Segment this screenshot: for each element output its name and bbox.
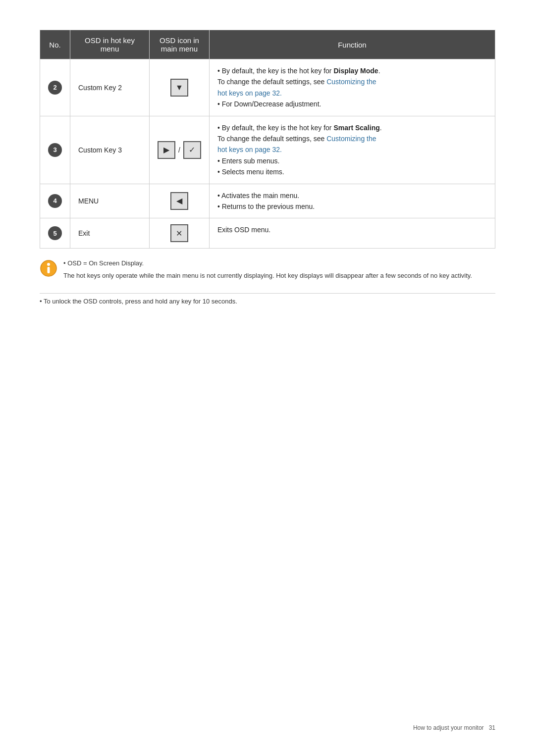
row-number: 3 [40,116,70,184]
osd-icon-cell: ▼ [150,59,210,116]
bold-label: Smart Scaling [333,124,379,132]
osd-hotkey-cell: Exit [70,218,150,249]
osd-icon-cell: ✕ [150,218,210,249]
note-section: • OSD = On Screen Display. The hot keys … [40,258,495,283]
footer-text: How to adjust your monitor [413,724,484,731]
function-cell: Exits OSD menu. [209,218,495,249]
svg-rect-2 [48,267,50,273]
osd-hotkey-cell: Custom Key 2 [70,59,150,116]
note-text-block: • OSD = On Screen Display. The hot keys … [63,258,472,283]
function-list: By default, the key is the hot key for S… [217,122,487,178]
row-number: 5 [40,218,70,249]
footer-page: 31 [489,724,495,731]
function-item: Enters sub menus. [217,155,487,166]
number-badge: 2 [48,81,62,95]
note-line2: The hot keys only operate while the main… [63,271,472,281]
osd-hotkey-cell: Custom Key 3 [70,116,150,184]
function-item: Activates the main menu. [217,190,487,201]
function-list: By default, the key is the hot key for D… [217,65,487,110]
number-badge: 3 [48,143,62,157]
function-cell: By default, the key is the hot key for D… [209,59,495,116]
unlock-note: • To unlock the OSD controls, press and … [40,293,495,305]
osd-hotkey-label: Custom Key 3 [78,146,122,154]
osd-hotkey-label: Exit [78,229,90,237]
osd-icon-cell: ▶ / ✓ [150,116,210,184]
svg-point-1 [47,263,50,266]
col-header-function: Function [209,30,495,59]
play-icon: ▶ [158,141,175,159]
function-item: For Down/Decrease adjustment. [217,99,487,109]
function-cell: By default, the key is the hot key for S… [209,116,495,184]
left-arrow-icon: ◀ [170,192,188,210]
function-text: Exits OSD menu. [217,226,270,234]
osd-hotkey-label: Custom Key 2 [78,84,122,92]
number-badge: 4 [48,194,62,208]
function-item: By default, the key is the hot key for D… [217,65,487,99]
main-table: No. OSD in hot key menu OSD icon in main… [40,30,495,249]
table-row: 3 Custom Key 3 ▶ / ✓ By default, the key… [40,116,495,184]
row-number: 2 [40,59,70,116]
osd-hotkey-cell: MENU [70,184,150,218]
col-header-no: No. [40,30,70,59]
function-list: Activates the main menu. Returns to the … [217,190,487,212]
note-line1: • OSD = On Screen Display. [63,258,472,269]
number-badge: 5 [48,226,62,240]
osd-icon-cell: ◀ [150,184,210,218]
link-text: Customizing thehot keys on page 32. [217,78,376,97]
icon-pair: ▶ / ✓ [158,141,201,159]
function-item: By default, the key is the hot key for S… [217,122,487,155]
link-text: Customizing thehot keys on page 32. [217,135,376,153]
unlock-note-text: • To unlock the OSD controls, press and … [40,298,237,305]
table-row: 4 MENU ◀ Activates the main menu. Return… [40,184,495,218]
function-cell: Activates the main menu. Returns to the … [209,184,495,218]
row-number: 4 [40,184,70,218]
x-mark-icon: ✕ [170,224,188,242]
table-row: 5 Exit ✕ Exits OSD menu. [40,218,495,249]
function-item: Selects menu items. [217,166,487,177]
bold-label: Display Mode [333,67,378,75]
col-header-osd-hotkey: OSD in hot key menu [70,30,150,59]
table-row: 2 Custom Key 2 ▼ By default, the key is … [40,59,495,116]
col-header-osd-icon: OSD icon in main menu [150,30,210,59]
slash-separator: / [178,146,180,154]
info-icon [40,259,57,277]
down-arrow-icon: ▼ [170,79,188,97]
page-footer: How to adjust your monitor 31 [413,724,495,731]
check-icon: ✓ [183,141,201,159]
osd-hotkey-label: MENU [78,197,99,205]
function-item: Returns to the previous menu. [217,201,487,212]
